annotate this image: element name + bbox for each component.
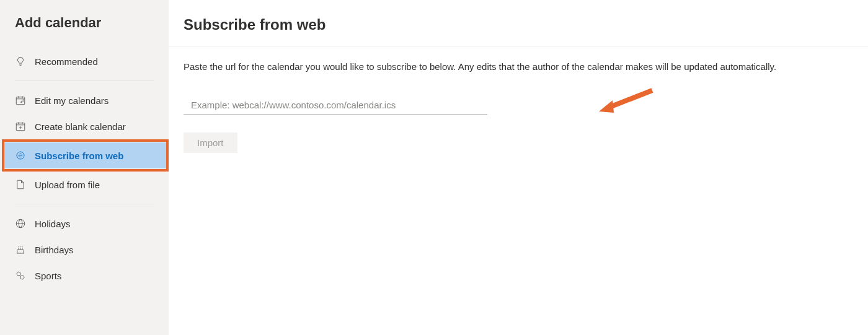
main-divider [169, 46, 868, 46]
svg-point-5 [20, 276, 24, 279]
sports-icon [15, 270, 26, 281]
add-calendar-icon [15, 121, 26, 132]
sidebar-item-subscribe-from-web[interactable]: Subscribe from web [4, 142, 166, 168]
cake-icon [15, 244, 26, 255]
sidebar: Add calendar Recommended Edit my calenda… [0, 0, 169, 335]
sidebar-section-0: Recommended [0, 42, 169, 80]
sidebar-item-label: Sports [35, 271, 61, 281]
sidebar-item-recommended[interactable]: Recommended [0, 48, 169, 74]
sidebar-item-birthdays[interactable]: Birthdays [0, 237, 169, 263]
annotation-highlight-frame: Subscribe from web [2, 139, 169, 172]
sidebar-item-sports[interactable]: Sports [0, 263, 169, 289]
sidebar-section-2: Holidays Birthdays Sports [0, 204, 169, 295]
import-button[interactable]: Import [184, 133, 237, 153]
main-content: Subscribe from web Paste the url for the… [169, 0, 868, 335]
sidebar-item-label: Edit my calendars [35, 95, 108, 106]
globe-icon [15, 218, 26, 229]
lightbulb-icon [15, 56, 26, 67]
calendar-url-input[interactable] [184, 95, 487, 115]
sidebar-item-label: Birthdays [35, 245, 74, 255]
sidebar-item-edit-my-calendars[interactable]: Edit my calendars [0, 87, 169, 113]
sidebar-item-label: Upload from file [35, 180, 100, 190]
sidebar-section-1: Edit my calendars Create blank calendar … [0, 81, 169, 204]
svg-point-4 [17, 272, 20, 276]
edit-calendar-icon [15, 95, 26, 106]
sidebar-item-label: Recommended [35, 56, 98, 67]
file-icon [15, 179, 26, 190]
sidebar-item-create-blank-calendar[interactable]: Create blank calendar [0, 113, 169, 139]
sidebar-item-holidays[interactable]: Holidays [0, 211, 169, 237]
page-description: Paste the url for the calendar you would… [184, 60, 853, 73]
sidebar-item-upload-from-file[interactable]: Upload from file [0, 172, 169, 198]
annotation-arrow-icon [598, 87, 655, 115]
sidebar-item-label: Subscribe from web [35, 150, 123, 161]
web-sync-icon [15, 150, 26, 161]
sidebar-title: Add calendar [0, 15, 169, 42]
page-title: Subscribe from web [184, 16, 853, 46]
sidebar-item-label: Holidays [35, 219, 71, 229]
sidebar-item-label: Create blank calendar [35, 121, 126, 132]
